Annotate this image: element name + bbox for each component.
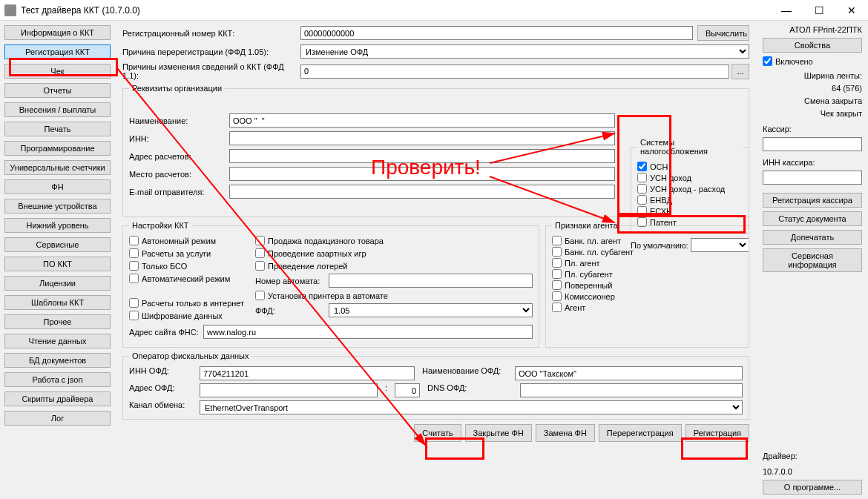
bottom-btn-0[interactable]: Считать xyxy=(414,424,461,442)
nav-программирование[interactable]: Программирование xyxy=(4,141,111,156)
reasons11-input[interactable] xyxy=(300,65,729,79)
app-icon xyxy=(4,4,16,16)
org-email-input[interactable] xyxy=(229,185,615,199)
device-name: АТОЛ FPrint-22ПТК xyxy=(763,25,862,34)
right-panel: АТОЛ FPrint-22ПТК Свойства Включено Шири… xyxy=(757,21,868,499)
about-button[interactable]: О программе... xyxy=(763,480,862,495)
nav-бд-документов[interactable]: БД документов xyxy=(4,353,111,368)
nav-внешние-устройства[interactable]: Внешние устройства xyxy=(4,199,111,214)
shift-status: Смена закрыта xyxy=(763,96,862,105)
tax-legend: Системы налогообложения xyxy=(637,138,743,156)
ofd-channel-label: Канал обмена: xyxy=(129,400,192,414)
nav-лог[interactable]: Лог xyxy=(4,411,111,426)
ffd-label: ФФД: xyxy=(255,306,326,315)
chk-encryption[interactable]: Шифрование данных xyxy=(129,311,248,320)
chk-printer-in-automat[interactable]: Установка принтера в автомате xyxy=(255,291,533,300)
chk-lottery[interactable]: Проведение лотерей xyxy=(255,261,533,271)
agent-4[interactable]: Поверенный xyxy=(552,280,743,290)
org-addr-input[interactable] xyxy=(229,149,615,163)
tape-width-value: 64 (576) xyxy=(763,84,862,93)
chk-automatic[interactable]: Автоматический режим xyxy=(129,274,248,283)
chk-autonomous[interactable]: Автономный режим xyxy=(129,236,248,245)
agent-1[interactable]: Банк. пл. субагент xyxy=(552,247,743,257)
properties-button[interactable]: Свойства xyxy=(763,38,862,53)
nav-внесения-выплаты[interactable]: Внесения / выплаты xyxy=(4,102,111,117)
minimize-button[interactable]: — xyxy=(770,0,803,21)
nav-сервисные[interactable]: Сервисные xyxy=(4,237,111,252)
ofd-inn-label: ИНН ОФД: xyxy=(129,366,192,380)
org-place-input[interactable] xyxy=(229,167,615,181)
nav-чтение-данных[interactable]: Чтение данных xyxy=(4,334,111,348)
nav-фн[interactable]: ФН xyxy=(4,179,111,194)
cashier-inn-input[interactable] xyxy=(763,171,862,185)
ofd-port-input[interactable] xyxy=(395,383,420,397)
window-title: Тест драйвера ККТ (10.7.0.0) xyxy=(21,5,770,16)
rereg-reason-combo[interactable]: Изменение ОФД xyxy=(300,44,749,59)
agent-2[interactable]: Пл. агент xyxy=(552,258,743,268)
reg-num-input[interactable] xyxy=(300,26,693,40)
nav-работа-с-json[interactable]: Работа с json xyxy=(4,372,111,387)
window-controls: — ☐ ✕ xyxy=(770,0,868,21)
enabled-checkbox[interactable]: Включено xyxy=(763,56,862,66)
automat-input[interactable] xyxy=(329,274,533,288)
fns-input[interactable] xyxy=(203,325,533,339)
chk-internet-only[interactable]: Расчеты только в интернет xyxy=(129,298,248,308)
nav-шаблоны-ккт[interactable]: Шаблоны ККТ xyxy=(4,295,111,310)
cashier-label: Кассир: xyxy=(763,125,862,133)
reasons11-more-button[interactable]: ... xyxy=(731,64,749,79)
bottom-btn-2[interactable]: Замена ФН xyxy=(536,424,595,442)
nav-лицензии[interactable]: Лицензии xyxy=(4,276,111,291)
close-button[interactable]: ✕ xyxy=(835,0,868,21)
ofd-name-label: Наименование ОФД: xyxy=(422,366,507,380)
nav-информация-о-ккт[interactable]: Информация о ККТ xyxy=(4,25,111,40)
tape-width-label: Ширина ленты: xyxy=(763,71,862,80)
nav-нижний-уровень[interactable]: Нижний уровень xyxy=(4,218,111,233)
agent-6[interactable]: Агент xyxy=(552,303,743,312)
tax-2[interactable]: УСН доход - расход xyxy=(637,184,743,194)
reg-num-label: Регистрационный номер ККТ: xyxy=(122,29,300,38)
nav-отчеты[interactable]: Отчеты xyxy=(4,83,111,98)
ofd-fieldset: Оператор фискальных данных ИНН ОФД: Наим… xyxy=(122,351,749,420)
ofd-name-input[interactable] xyxy=(515,366,743,380)
chk-bso[interactable]: Только БСО xyxy=(129,261,248,271)
chk-gambling[interactable]: Проведение азартных игр xyxy=(255,248,533,258)
nav-чек[interactable]: Чек xyxy=(4,64,111,79)
tax-0[interactable]: ОСН xyxy=(637,162,743,171)
maximize-button[interactable]: ☐ xyxy=(803,0,835,21)
bottom-btn-3[interactable]: Перерегистрация xyxy=(599,424,682,442)
bottom-btn-1[interactable]: Закрытие ФН xyxy=(465,424,532,442)
reg-cashier-button[interactable]: Регистрация кассира xyxy=(763,193,862,208)
cashier-inn-label: ИНН кассира: xyxy=(763,158,862,167)
ofd-dns-label: DNS ОФД: xyxy=(427,383,513,397)
doc-status-button[interactable]: Статус документа xyxy=(763,211,862,226)
nav-по-ккт[interactable]: ПО ККТ xyxy=(4,257,111,271)
reprint-button[interactable]: Допечатать xyxy=(763,230,862,245)
ofd-inn-input[interactable] xyxy=(200,366,415,380)
tax-4[interactable]: ЕСХН xyxy=(637,206,743,216)
chk-services[interactable]: Расчеты за услуги xyxy=(129,248,248,258)
ofd-dns-input[interactable] xyxy=(520,383,743,397)
org-inn-label: ИНН: xyxy=(129,134,229,143)
service-info-button[interactable]: Сервисная информация xyxy=(763,248,862,272)
bottom-btn-4[interactable]: Регистрация xyxy=(685,424,749,442)
ffd-combo[interactable]: 1.05 xyxy=(329,303,533,317)
rereg-reason-label: Причина перерегистрации (ФФД 1.05): xyxy=(122,47,300,56)
calc-button[interactable]: Вычислить xyxy=(697,25,749,41)
ofd-addr-label: Адрес ОФД: xyxy=(129,383,192,397)
ofd-addr-input[interactable] xyxy=(200,383,378,397)
tax-1[interactable]: УСН доход xyxy=(637,173,743,182)
nav-прочее[interactable]: Прочее xyxy=(4,314,111,329)
agent-5[interactable]: Комиссионер xyxy=(552,291,743,301)
nav-скрипты-драйвера[interactable]: Скрипты драйвера xyxy=(4,391,111,406)
agent-0[interactable]: Банк. пл. агент xyxy=(552,236,743,245)
nav-универсальные-счетчики[interactable]: Универсальные счетчики xyxy=(4,160,111,175)
nav-регистрация-ккт[interactable]: Регистрация ККТ xyxy=(4,44,111,59)
nav-печать[interactable]: Печать xyxy=(4,122,111,136)
agent-3[interactable]: Пл. субагент xyxy=(552,269,743,279)
org-inn-input[interactable] xyxy=(229,131,615,145)
tax-3[interactable]: ЕНВД xyxy=(637,195,743,205)
org-name-input[interactable] xyxy=(229,113,615,128)
cashier-input[interactable] xyxy=(763,137,862,151)
ofd-channel-combo[interactable]: EthernetOverTransport xyxy=(200,400,743,414)
chk-excise[interactable]: Продажа подакцизного товара xyxy=(255,236,533,245)
